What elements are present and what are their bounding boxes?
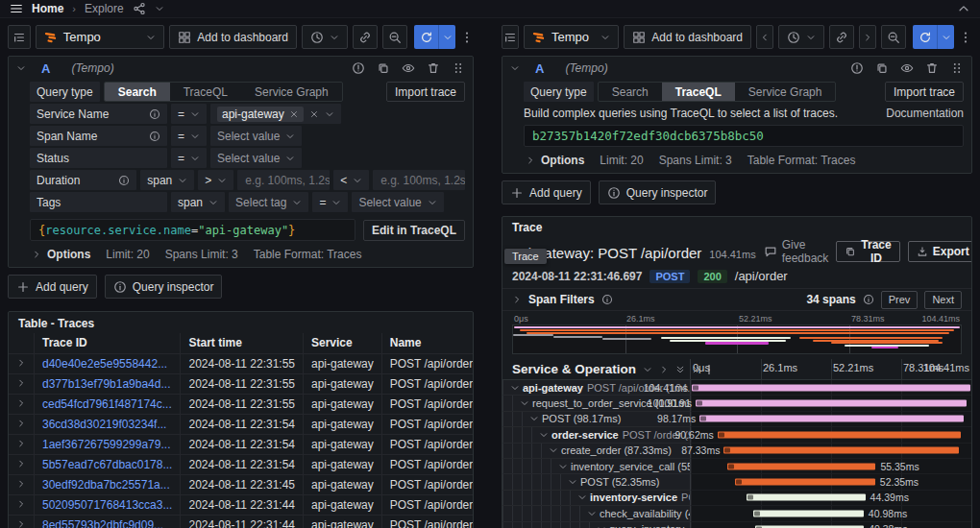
add-to-dashboard-button[interactable]: Add to dashboard	[624, 25, 751, 49]
datasource-picker[interactable]: Tempo	[524, 25, 619, 49]
trace-id-link[interactable]: 30edf92dba7bc25571a...	[35, 474, 181, 494]
import-trace-button[interactable]: Import trace	[885, 82, 964, 102]
import-trace-button[interactable]: Import trace	[386, 82, 465, 102]
status-value[interactable]: Select value	[210, 148, 302, 168]
table-row[interactable]: 30edf92dba7bc25571a...2024-08-11 22:31:4…	[9, 474, 474, 494]
span-timeline-cell[interactable]: 87.33ms	[691, 444, 971, 459]
zoom-out-button[interactable]	[382, 25, 407, 49]
trace-id-button[interactable]: Trace ID	[836, 241, 899, 262]
span-timeline-cell[interactable]: 52.35ms	[691, 474, 971, 490]
tab-search[interactable]: Search	[105, 83, 170, 101]
collapse-span-icon[interactable]	[529, 414, 539, 423]
tab-search[interactable]: Search	[599, 83, 662, 101]
info-icon[interactable]	[118, 175, 130, 186]
span-row[interactable]: POST (98.17ms)98.17ms	[502, 412, 971, 427]
span-duration-bar[interactable]	[747, 494, 866, 501]
export-button[interactable]: Export	[908, 241, 972, 262]
table-row[interactable]: 8ed55793b2dbfc9d09...2024-08-11 22:31:44…	[9, 515, 474, 528]
table-row[interactable]: d40e40e2e5e9558442...2024-08-11 22:31:55…	[9, 353, 474, 373]
hamburger-menu-icon[interactable]	[10, 2, 23, 15]
span-duration-bar[interactable]	[753, 510, 863, 516]
expand-row-icon[interactable]	[16, 499, 26, 509]
span-duration-bar[interactable]	[723, 447, 958, 454]
trace-id-link[interactable]: 502095071768413cca3...	[35, 494, 181, 515]
next-span-button[interactable]: Next	[924, 291, 962, 309]
expand-row-icon[interactable]	[16, 398, 26, 408]
documentation-link[interactable]: Documentation	[886, 107, 964, 120]
query-inspector-button[interactable]: Query inspector	[599, 180, 717, 204]
span-row[interactable]: order-servicePOST /order (90.62ms)90.62m…	[502, 427, 971, 443]
prev-span-button[interactable]: Prev	[881, 291, 919, 309]
expand-span-filters-icon[interactable]	[512, 295, 522, 304]
collapse-span-icon[interactable]	[539, 430, 549, 440]
tab-traceql[interactable]: TraceQL	[170, 83, 241, 101]
disable-query-icon[interactable]	[402, 61, 415, 75]
span-name-cell[interactable]: inventory_service_call (55.35ms)	[502, 459, 691, 474]
duration-min-input[interactable]: e.g. 100ms, 1.2s	[237, 170, 330, 190]
add-query-button[interactable]: Add query	[8, 275, 97, 299]
datasource-help-icon[interactable]	[352, 61, 365, 75]
span-row[interactable]: inventory_service_call (55.35ms)55.35ms	[502, 459, 971, 474]
span-name-cell[interactable]: check_availability (40.98ms)	[502, 506, 691, 521]
expand-row-icon[interactable]	[16, 378, 26, 388]
link-button[interactable]	[829, 25, 854, 49]
edit-in-traceql-button[interactable]: Edit in TraceQL	[363, 220, 465, 241]
service-name-value[interactable]: api-gateway	[210, 104, 341, 124]
trace-id-link[interactable]: 8ed55793b2dbfc9d09...	[35, 515, 181, 528]
span-timeline-cell[interactable]: 40.38ms	[691, 522, 971, 528]
status-operator[interactable]: =	[171, 148, 207, 168]
clear-icon[interactable]	[309, 109, 319, 119]
collapse-span-icon[interactable]	[587, 509, 597, 518]
remove-query-icon[interactable]	[427, 61, 440, 75]
expand-one-icon[interactable]	[659, 365, 669, 374]
datasource-help-icon[interactable]	[850, 61, 864, 75]
expand-row-icon[interactable]	[16, 479, 26, 489]
collapse-span-icon[interactable]	[597, 524, 606, 528]
span-duration-bar[interactable]	[735, 479, 875, 486]
span-row[interactable]: api-gatewayPOST /api/order (104.41ms)104…	[502, 380, 971, 396]
col-name[interactable]: Name	[381, 333, 474, 353]
span-row[interactable]: query_inventory_database (440.38ms	[502, 522, 971, 528]
trace-id-link[interactable]: 36cd38d30219f03234f...	[35, 414, 181, 434]
tags-value-select[interactable]: Select value	[352, 192, 443, 212]
span-row[interactable]: inventory-servicePOST /invent44.39ms	[502, 491, 971, 506]
collapse-span-icon[interactable]	[568, 477, 577, 487]
kebab-menu-icon[interactable]	[959, 31, 972, 44]
share-icon[interactable]	[133, 2, 146, 15]
expand-row-icon[interactable]	[16, 419, 26, 428]
collapse-span-icon[interactable]	[520, 398, 529, 408]
span-name-cell[interactable]: query_inventory_database (4	[502, 522, 691, 528]
span-duration-bar[interactable]	[727, 463, 876, 469]
duration-scope[interactable]: span	[140, 170, 194, 190]
link-button[interactable]	[353, 25, 378, 49]
table-row[interactable]: 5b57ead7c67dbac0178...2024-08-11 22:31:5…	[9, 454, 474, 474]
span-filters-label[interactable]: Span Filters	[528, 293, 595, 306]
add-query-button[interactable]: Add query	[502, 180, 591, 204]
table-row[interactable]: ced54fcd7961f487174c...2024-08-11 22:31:…	[9, 394, 474, 414]
span-name-cell[interactable]: create_order (87.33ms)	[502, 444, 691, 459]
traceql-query-input[interactable]: b27357b1420f72edf30dcb6375b8bc50	[524, 125, 964, 147]
span-timeline-cell[interactable]: 104.41ms	[691, 380, 971, 396]
tags-operator[interactable]: =	[312, 192, 348, 212]
col-start-time[interactable]: Start time	[181, 333, 304, 353]
info-icon[interactable]	[601, 294, 613, 305]
drag-handle-icon[interactable]	[452, 61, 465, 75]
datasource-picker[interactable]: Tempo	[36, 25, 164, 49]
tab-traceql[interactable]: TraceQL	[662, 83, 735, 101]
span-name-operator[interactable]: =	[171, 126, 207, 146]
expand-row-icon[interactable]	[16, 358, 26, 368]
expand-row-icon[interactable]	[16, 439, 26, 448]
trace-id-link[interactable]: 1aef367267599299a79...	[35, 434, 181, 454]
breadcrumb-home[interactable]: Home	[32, 2, 63, 15]
collapse-one-icon[interactable]	[643, 365, 652, 374]
zoom-out-button[interactable]	[881, 25, 906, 49]
trace-id-link[interactable]: ced54fcd7961f487174c...	[35, 394, 181, 414]
span-name-value[interactable]: Select value	[210, 126, 302, 146]
span-timeline-cell[interactable]: 100.91ms	[691, 396, 971, 411]
collapse-span-icon[interactable]	[510, 383, 520, 393]
query-history-button[interactable]	[502, 25, 519, 49]
collapse-query-icon[interactable]	[510, 63, 520, 73]
col-trace-id[interactable]: Trace ID	[35, 333, 181, 353]
table-row[interactable]: 36cd38d30219f03234f...2024-08-11 22:31:5…	[9, 414, 474, 434]
collapse-span-icon[interactable]	[558, 462, 568, 471]
